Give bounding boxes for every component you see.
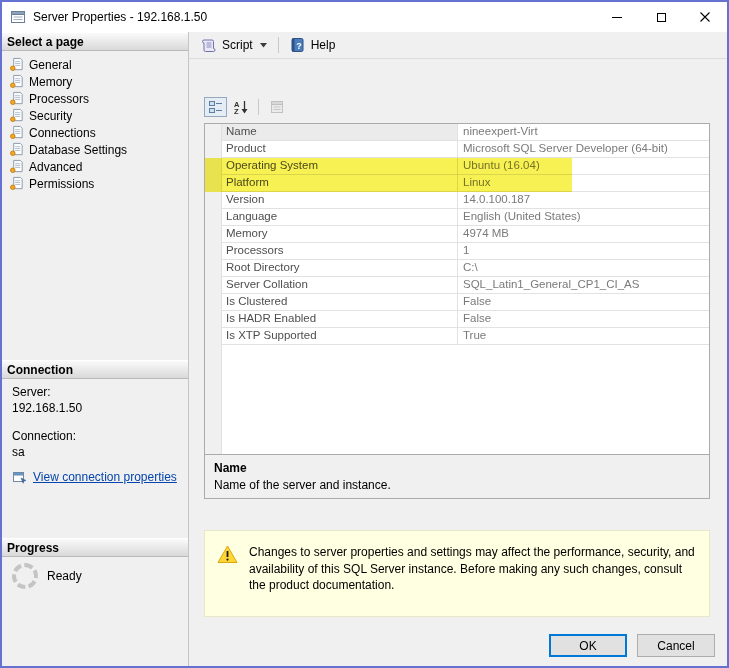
property-row[interactable]: Server Collation SQL_Latin1_General_CP1_…	[222, 277, 709, 294]
help-button[interactable]: ? Help	[283, 33, 343, 57]
connection-header: Connection	[2, 360, 188, 379]
page-icon	[9, 142, 25, 157]
property-value: True	[458, 328, 709, 345]
property-pages-icon	[269, 99, 285, 115]
property-grid-container: Name nineexpert-Virt Product Microsoft S…	[204, 123, 710, 499]
property-row[interactable]: Platform Linux	[222, 175, 709, 192]
view-connection-properties-link[interactable]: View connection properties	[33, 470, 177, 484]
sidebar-page-item[interactable]: Security	[5, 107, 188, 124]
property-row[interactable]: Operating System Ubuntu (16.04)	[222, 158, 709, 175]
property-name: Operating System	[222, 158, 458, 175]
window-icon	[10, 9, 26, 25]
property-row[interactable]: Product Microsoft SQL Server Developer (…	[222, 141, 709, 158]
script-button-label: Script	[222, 38, 253, 52]
property-name: Language	[222, 209, 458, 226]
property-value: English (United States)	[458, 209, 709, 226]
close-button[interactable]	[683, 2, 727, 32]
property-row[interactable]: Is XTP Supported True	[222, 328, 709, 345]
property-description-title: Name	[214, 461, 700, 475]
property-row[interactable]: Processors 1	[222, 243, 709, 260]
sidebar-page-item[interactable]: General	[5, 56, 188, 73]
property-name: Is HADR Enabled	[222, 311, 458, 328]
sidebar: Select a page General	[2, 32, 189, 666]
cancel-button[interactable]: Cancel	[637, 634, 715, 657]
sidebar-page-label: Memory	[29, 75, 72, 89]
property-description-panel: Name Name of the server and instance.	[205, 454, 709, 498]
svg-text:Z: Z	[234, 107, 239, 115]
dialog-footer: OK Cancel	[189, 634, 727, 666]
sidebar-page-label: Processors	[29, 92, 89, 106]
sidebar-page-label: Permissions	[29, 177, 94, 191]
property-value: SQL_Latin1_General_CP1_CI_AS	[458, 277, 709, 294]
script-icon	[201, 37, 217, 53]
property-name: Platform	[222, 175, 458, 192]
sidebar-page-label: Security	[29, 109, 72, 123]
select-a-page-header: Select a page	[2, 32, 188, 51]
property-value: False	[458, 294, 709, 311]
property-value: 14.0.100.187	[458, 192, 709, 209]
property-row[interactable]: Is HADR Enabled False	[222, 311, 709, 328]
property-row[interactable]: Root Directory C:\	[222, 260, 709, 277]
sidebar-page-item[interactable]: Advanced	[5, 158, 188, 175]
progress-ready-icon	[12, 563, 38, 589]
warning-box: Changes to server properties and setting…	[204, 530, 710, 617]
property-value: 4974 MB	[458, 226, 709, 243]
page-icon	[9, 125, 25, 140]
window-controls	[595, 2, 727, 32]
warning-text: Changes to server properties and setting…	[249, 544, 697, 606]
property-row[interactable]: Is Clustered False	[222, 294, 709, 311]
sidebar-page-item[interactable]: Database Settings	[5, 141, 188, 158]
property-value: 1	[458, 243, 709, 260]
progress-header: Progress	[2, 538, 188, 557]
property-row[interactable]: Version 14.0.100.187	[222, 192, 709, 209]
categorized-button[interactable]	[204, 97, 227, 117]
property-value: Ubuntu (16.04)	[458, 158, 709, 175]
property-value: C:\	[458, 260, 709, 277]
property-row[interactable]: Memory 4974 MB	[222, 226, 709, 243]
window-title: Server Properties - 192.168.1.50	[33, 10, 207, 24]
maximize-button[interactable]	[639, 2, 683, 32]
close-icon	[700, 12, 710, 22]
warning-icon	[217, 545, 238, 564]
property-value: Linux	[458, 175, 709, 192]
page-icon	[9, 176, 25, 191]
script-button[interactable]: Script	[194, 33, 274, 57]
categorized-icon	[208, 99, 224, 115]
minimize-button[interactable]	[595, 2, 639, 32]
connection-block: Server: 192.168.1.50 Connection: sa View…	[2, 379, 188, 485]
help-icon: ?	[290, 37, 306, 53]
property-row[interactable]: Language English (United States)	[222, 209, 709, 226]
page-icon	[9, 74, 25, 89]
script-dropdown-arrow[interactable]	[260, 43, 267, 48]
property-value: nineexpert-Virt	[458, 124, 709, 141]
sidebar-page-item[interactable]: Memory	[5, 73, 188, 90]
page-icon	[9, 91, 25, 106]
property-grid-toolbar: A Z	[204, 97, 710, 117]
view-connection-properties-row: View connection properties	[12, 469, 182, 485]
sidebar-page-item[interactable]: Permissions	[5, 175, 188, 192]
property-name: Processors	[222, 243, 458, 260]
main-content: A Z	[189, 59, 727, 634]
sidebar-page-item[interactable]: Processors	[5, 90, 188, 107]
page-icon	[9, 159, 25, 174]
property-name: Memory	[222, 226, 458, 243]
sidebar-page-item[interactable]: Connections	[5, 124, 188, 141]
connection-value: sa	[12, 445, 182, 459]
server-value: 192.168.1.50	[12, 401, 182, 415]
progress-status: Ready	[47, 569, 82, 583]
ok-button[interactable]: OK	[549, 634, 627, 657]
sidebar-page-label: Connections	[29, 126, 96, 140]
property-value: False	[458, 311, 709, 328]
minimize-icon	[612, 17, 622, 18]
property-toolbar-separator	[258, 99, 259, 115]
property-name: Is XTP Supported	[222, 328, 458, 345]
server-properties-window: Server Properties - 192.168.1.50 Select …	[0, 0, 729, 668]
page-list: General Memory	[2, 51, 188, 192]
main-toolbar: Script ? Help	[189, 32, 727, 59]
alphabetical-sort-button[interactable]: A Z	[229, 97, 252, 117]
property-name: Name	[222, 124, 458, 141]
help-button-label: Help	[311, 38, 336, 52]
property-description-text: Name of the server and instance.	[214, 478, 700, 492]
property-row[interactable]: Name nineexpert-Virt	[222, 124, 709, 141]
maximize-icon	[657, 13, 666, 22]
